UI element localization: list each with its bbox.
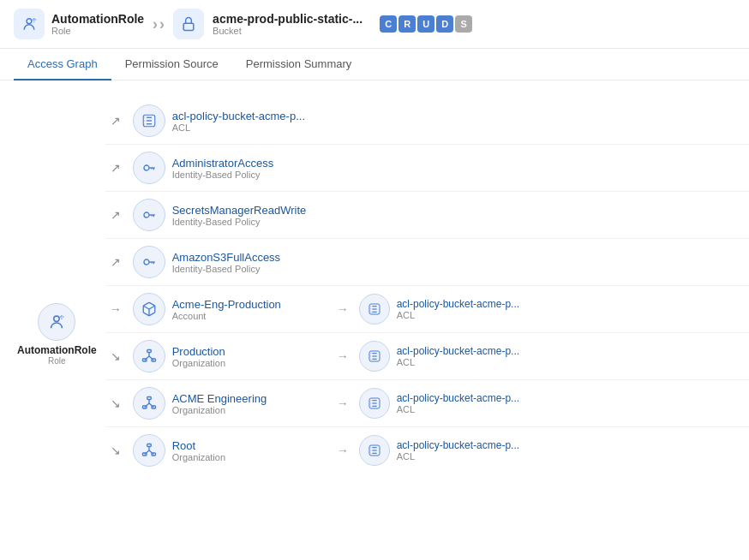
acl-block: acl-policy-bucket-acme-p... ACL	[359, 435, 519, 466]
row-direction-arrow: ↘	[105, 349, 126, 363]
acl-block: acl-policy-bucket-acme-p... ACL	[359, 341, 519, 372]
target-name: acme-prod-public-static-...	[213, 12, 363, 26]
badge-u: U	[417, 15, 434, 33]
policy-icon	[133, 152, 165, 184]
acl-block: acl-policy-bucket-acme-p... ACL	[359, 388, 519, 419]
policy-type: Account	[172, 311, 327, 321]
badge-c: C	[380, 15, 397, 33]
policy-name: AmazonS3FullAccess	[172, 251, 327, 264]
list-item: ↘ Root Organization → acl-policy-bucket-…	[105, 427, 749, 474]
policy-info: SecretsManagerReadWrite Identity-Based P…	[172, 204, 327, 227]
svg-rect-58	[147, 444, 151, 447]
policy-name: Root	[172, 439, 327, 452]
svg-rect-45	[147, 397, 151, 400]
policy-info: Acme-Eng-Production Account	[172, 298, 327, 321]
connector-arrow: →	[333, 396, 352, 410]
acl-icon	[359, 388, 390, 419]
row-direction-arrow: ↗	[105, 255, 126, 269]
target-icon	[173, 9, 204, 39]
svg-point-3	[54, 316, 59, 321]
list-item: ↗ acl-policy-bucket-acme-p... ACL	[105, 98, 749, 144]
policy-type: Identity-Based Policy	[172, 217, 327, 227]
acl-type: ACL	[397, 404, 519, 414]
policy-type: Identity-Based Policy	[172, 264, 327, 274]
target-type: Bucket	[213, 26, 363, 36]
policy-info: ACME Engineering Organization	[172, 392, 327, 415]
row-direction-arrow: ↗	[105, 161, 126, 175]
svg-rect-2	[183, 23, 194, 30]
svg-point-16	[144, 212, 149, 217]
policy-type: Organization	[172, 358, 327, 368]
acl-type: ACL	[397, 451, 519, 462]
tab-access-graph[interactable]: Access Graph	[14, 49, 111, 80]
policy-name: Acme-Eng-Production	[172, 298, 327, 311]
policy-icon	[133, 434, 165, 467]
target-text: acme-prod-public-static-... Bucket	[213, 12, 363, 36]
acl-name: acl-policy-bucket-acme-p...	[397, 298, 519, 310]
acl-info: acl-policy-bucket-acme-p... ACL	[397, 392, 519, 414]
row-direction-arrow: ↗	[105, 208, 126, 222]
list-item: → Acme-Eng-Production Account → acl-poli…	[105, 286, 749, 332]
acl-info: acl-policy-bucket-acme-p... ACL	[397, 298, 519, 320]
svg-rect-32	[147, 350, 151, 353]
source-entity: AutomationRole Role	[14, 9, 144, 39]
access-graph-rows: ↗ acl-policy-bucket-acme-p... ACL ↗ Admi…	[105, 98, 749, 474]
policy-info: Production Organization	[172, 345, 327, 368]
main-content: AutomationRole Role ↗ acl-policy-bucket-…	[0, 80, 749, 491]
source-type: Role	[51, 26, 144, 36]
tab-bar: Access Graph Permission Source Permissio…	[0, 49, 749, 80]
acl-icon	[359, 294, 390, 325]
left-node-name: AutomationRole	[17, 344, 97, 356]
row-direction-arrow: ↗	[105, 114, 126, 128]
policy-name: acl-policy-bucket-acme-p...	[172, 110, 327, 122]
acl-name: acl-policy-bucket-acme-p...	[397, 392, 519, 404]
left-node: AutomationRole Role	[0, 98, 105, 474]
acl-name: acl-policy-bucket-acme-p...	[397, 439, 519, 451]
row-direction-arrow: ↘	[105, 396, 126, 410]
policy-info: Root Organization	[172, 439, 327, 462]
header-arrow: ››	[153, 15, 165, 33]
policy-type: Identity-Based Policy	[172, 170, 327, 180]
row-direction-arrow: ↘	[105, 444, 126, 457]
acl-icon	[359, 435, 390, 466]
policy-name: Production	[172, 345, 327, 358]
connector-arrow: →	[333, 349, 352, 363]
policy-info: AdministratorAccess Identity-Based Polic…	[172, 157, 327, 180]
policy-icon	[133, 387, 165, 420]
policy-type: ACL	[172, 122, 327, 133]
policy-info: acl-policy-bucket-acme-p... ACL	[172, 110, 327, 133]
connector-arrow: →	[333, 302, 352, 316]
connector-arrow: →	[333, 444, 352, 457]
crud-badges: C R U D S	[380, 15, 472, 33]
automation-role-icon	[38, 303, 75, 341]
tab-permission-source[interactable]: Permission Source	[111, 49, 232, 80]
badge-s: S	[455, 15, 472, 33]
source-name: AutomationRole	[51, 12, 144, 26]
source-icon	[14, 9, 45, 39]
policy-icon	[133, 246, 165, 278]
policy-icon	[133, 104, 165, 137]
list-item: ↗ AmazonS3FullAccess Identity-Based Poli…	[105, 239, 749, 285]
tab-permission-summary[interactable]: Permission Summary	[232, 49, 366, 80]
acl-info: acl-policy-bucket-acme-p... ACL	[397, 439, 519, 462]
policy-icon	[133, 199, 165, 231]
acl-name: acl-policy-bucket-acme-p...	[397, 345, 519, 357]
svg-point-0	[27, 19, 32, 24]
acl-block: acl-policy-bucket-acme-p... ACL	[359, 294, 519, 325]
acl-type: ACL	[397, 357, 519, 367]
policy-icon	[133, 340, 165, 372]
list-item: ↗ AdministratorAccess Identity-Based Pol…	[105, 145, 749, 191]
acl-icon	[359, 341, 390, 372]
acl-info: acl-policy-bucket-acme-p... ACL	[397, 345, 519, 367]
list-item: ↗ SecretsManagerReadWrite Identity-Based…	[105, 192, 749, 238]
row-direction-arrow: →	[105, 302, 126, 316]
policy-type: Organization	[172, 405, 327, 415]
svg-point-20	[144, 259, 149, 265]
policy-name: ACME Engineering	[172, 392, 327, 405]
badge-d: D	[436, 15, 453, 33]
source-text: AutomationRole Role	[51, 12, 144, 36]
list-item: ↘ Production Organization → acl-policy-b…	[105, 333, 749, 379]
acl-type: ACL	[397, 310, 519, 320]
policy-icon	[133, 293, 165, 325]
policy-info: AmazonS3FullAccess Identity-Based Policy	[172, 251, 327, 274]
